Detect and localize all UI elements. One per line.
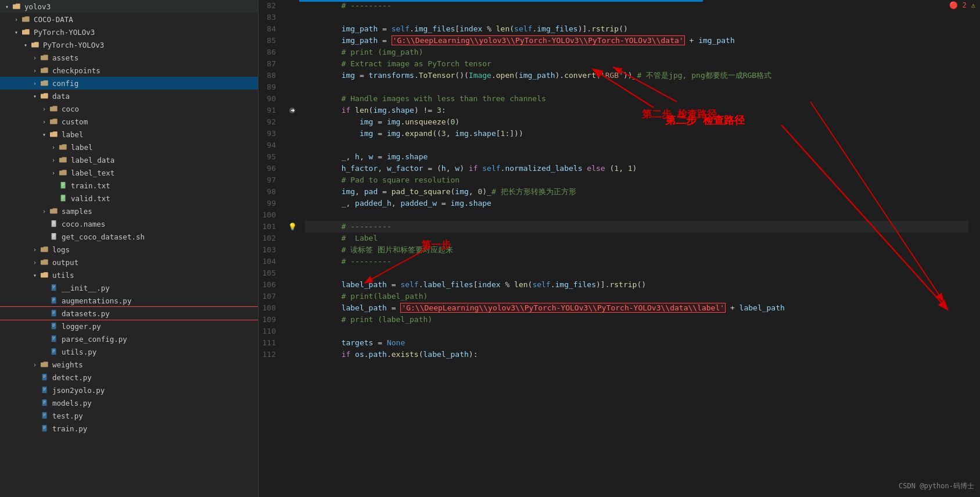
line-number: 100 xyxy=(259,209,282,221)
tree-item-label_text[interactable]: label_text xyxy=(0,166,258,179)
tree-item-output[interactable]: output xyxy=(0,256,258,269)
tree-item-label: checkpoints xyxy=(52,66,258,75)
svg-rect-37 xyxy=(52,350,55,351)
tree-item-label: logs xyxy=(52,245,258,254)
tree-item-valid-txt[interactable]: valid.txt xyxy=(0,192,258,205)
tree-item-label: label_text xyxy=(71,169,258,177)
gutter-item xyxy=(288,279,297,291)
code-line: if len(img.shape) != 3: xyxy=(305,105,968,116)
tree-item-label: parse_config.py xyxy=(62,335,258,344)
svg-rect-0 xyxy=(61,182,66,188)
svg-rect-10 xyxy=(52,223,55,223)
tree-item-datasets-py[interactable]: datasets.py xyxy=(0,307,258,320)
tree-item-models-py[interactable]: models.py xyxy=(0,396,258,409)
code-line: # 读标签 图片和标签要对应起来 xyxy=(305,244,968,256)
svg-rect-3 xyxy=(62,185,63,186)
svg-rect-30 xyxy=(52,325,55,326)
chevron-icon xyxy=(12,16,21,23)
tree-item-yolov3[interactable]: yolov3 xyxy=(0,0,258,13)
tree-item-label: json2yolo.py xyxy=(52,386,258,395)
tree-item-custom[interactable]: custom xyxy=(0,115,258,128)
tree-item-label: PyTorch-YOLOv3 xyxy=(34,28,258,37)
chevron-icon xyxy=(30,80,40,87)
gutter-item xyxy=(288,128,297,140)
tree-item-get-coco[interactable]: get_coco_dataset.sh xyxy=(0,230,258,243)
code-lines: # --------- img_path = self.img_files[in… xyxy=(299,0,980,497)
gutter-item xyxy=(288,302,297,314)
tree-item-train-py[interactable]: train.py xyxy=(0,422,258,435)
line-number: 86 xyxy=(259,47,282,58)
tree-item-test-py[interactable]: test.py xyxy=(0,409,258,422)
tree-item-checkpoints[interactable]: checkpoints xyxy=(0,64,258,77)
tree-item-label: utils xyxy=(52,271,258,280)
tree-item-label: label xyxy=(71,143,258,152)
line-number: 91 xyxy=(259,105,282,116)
tree-item-label_data[interactable]: label_data xyxy=(0,153,258,166)
folder-icon xyxy=(58,143,69,151)
tree-item-weights[interactable]: weights xyxy=(0,358,258,371)
line-number: 98 xyxy=(259,186,282,198)
tree-item-label: utils.py xyxy=(62,348,258,356)
tree-item-label: weights xyxy=(52,360,258,369)
svg-rect-7 xyxy=(62,198,63,199)
svg-rect-39 xyxy=(52,352,54,352)
file-icon xyxy=(40,386,50,394)
tree-item-logger-py[interactable]: logger.py xyxy=(0,320,258,332)
tree-item-config[interactable]: config xyxy=(0,77,258,90)
tree-item-pytorch-yolov3-parent[interactable]: PyTorch-YOLOv3 xyxy=(0,26,258,38)
tree-item-label: logger.py xyxy=(62,322,258,331)
chevron-icon xyxy=(30,67,40,74)
folder-icon xyxy=(49,207,59,215)
tree-item-parse-config-py[interactable]: parse_config.py xyxy=(0,332,258,345)
tree-item-label: samples xyxy=(62,207,258,216)
tree-item-augmentations-py[interactable]: augmentations.py xyxy=(0,294,258,307)
svg-rect-12 xyxy=(52,233,56,239)
tree-item-samples[interactable]: samples xyxy=(0,205,258,217)
tree-item-json2yolo-py[interactable]: json2yolo.py xyxy=(0,384,258,396)
tree-item-label: yolov3 xyxy=(24,2,258,11)
file-icon xyxy=(40,373,50,381)
tree-item-coco[interactable]: coco xyxy=(0,102,258,115)
line-number: 101 xyxy=(259,221,282,233)
line-number: 94 xyxy=(259,140,282,151)
tree-item-init-py[interactable]: __init__.py xyxy=(0,281,258,294)
svg-rect-33 xyxy=(52,337,55,338)
tree-item-pytorch-yolov3-child[interactable]: PyTorch-YOLOv3 xyxy=(0,38,258,51)
tree-item-label: test.py xyxy=(52,412,258,420)
tree-item-detect-py[interactable]: detect.py xyxy=(0,371,258,384)
tree-item-logs[interactable]: logs xyxy=(0,243,258,256)
tree-item-label-sub[interactable]: label xyxy=(0,141,258,153)
svg-rect-28 xyxy=(52,323,56,329)
svg-rect-15 xyxy=(52,237,54,237)
svg-rect-26 xyxy=(52,312,55,313)
file-icon xyxy=(49,233,59,241)
code-line xyxy=(305,140,968,151)
tree-item-coco-data[interactable]: COCO-DATA xyxy=(0,13,258,26)
svg-rect-36 xyxy=(52,348,56,355)
svg-rect-38 xyxy=(52,351,55,351)
folder-icon xyxy=(58,169,69,177)
tree-item-data[interactable]: data xyxy=(0,90,258,102)
svg-rect-51 xyxy=(43,403,45,403)
tree-item-utils[interactable]: utils xyxy=(0,269,258,281)
code-line: _, h, w = img.shape xyxy=(305,151,968,163)
tree-item-utils-py[interactable]: utils.py xyxy=(0,345,258,358)
tree-item-train-txt[interactable]: train.txt xyxy=(0,179,258,192)
line-number: 99 xyxy=(259,198,282,209)
line-number: 89 xyxy=(259,81,282,93)
line-number: 87 xyxy=(259,58,282,70)
code-line: _, padded_h, padded_w = img.shape xyxy=(305,198,968,209)
svg-rect-32 xyxy=(52,335,56,342)
chevron-icon xyxy=(49,157,58,163)
chevron-icon xyxy=(40,119,49,125)
line-number: 88 xyxy=(259,70,282,81)
svg-rect-49 xyxy=(43,401,45,402)
tree-item-coco-names[interactable]: coco.names xyxy=(0,217,258,230)
svg-rect-45 xyxy=(43,388,45,389)
tree-item-label[interactable]: label xyxy=(0,128,258,141)
gutter-item xyxy=(288,267,297,279)
tree-item-label: get_coco_dataset.sh xyxy=(62,233,258,241)
svg-rect-9 xyxy=(52,222,55,223)
tree-item-assets[interactable]: assets xyxy=(0,51,258,64)
file-icon xyxy=(49,296,59,305)
